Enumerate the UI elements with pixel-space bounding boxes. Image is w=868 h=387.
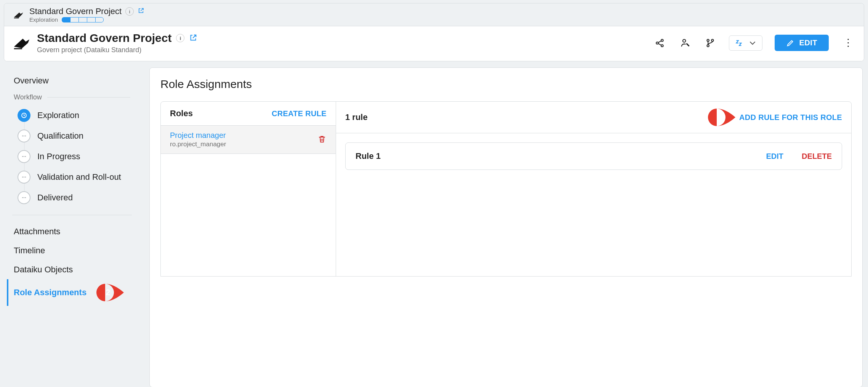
- page-subtitle: Govern project (Dataiku Standard): [37, 46, 197, 54]
- sidebar-item-label: Role Assignments: [14, 288, 86, 297]
- svg-point-7: [707, 45, 709, 46]
- open-external-icon[interactable]: [189, 32, 197, 45]
- step-dot-icon: ···: [18, 171, 30, 184]
- role-key: ro.project_manager: [170, 141, 226, 148]
- workflow-step-label: In Progress: [37, 152, 80, 162]
- annotation-bubble-3: 3: [708, 109, 735, 126]
- branch-icon[interactable]: [704, 37, 717, 50]
- more-menu-icon[interactable]: ⋮: [841, 37, 855, 49]
- progress-segments: [62, 17, 104, 22]
- chevron-down-icon: [748, 38, 757, 48]
- content-panel: Role Assignments Roles CREATE RULE Proje…: [149, 67, 863, 387]
- rule-card: Rule 1 EDIT DELETE: [345, 142, 842, 170]
- page-title: Standard Govern Project: [37, 32, 171, 45]
- bird-icon: [13, 34, 30, 52]
- sidebar: Overview Workflow Exploration ··· Qualif…: [4, 67, 141, 387]
- breadcrumb: Standard Govern Project i Exploration: [4, 3, 864, 26]
- breadcrumb-title[interactable]: Standard Govern Project: [29, 6, 122, 16]
- share-icon[interactable]: [653, 37, 666, 50]
- info-icon[interactable]: i: [176, 34, 184, 42]
- rules-column: 1 rule 3 ADD RULE FOR THIS ROLE Rule 1 E…: [336, 102, 851, 276]
- user-tag-icon[interactable]: [679, 37, 692, 50]
- svg-rect-1: [14, 48, 22, 49]
- svg-point-8: [712, 39, 714, 41]
- workflow-step-label: Exploration: [37, 110, 79, 120]
- roles-column: Roles CREATE RULE Project manager ro.pro…: [161, 102, 336, 276]
- step-dot-icon: ···: [18, 130, 30, 142]
- workflow-step-delivered[interactable]: ··· Delivered: [18, 187, 137, 208]
- trash-icon[interactable]: [317, 134, 327, 145]
- roles-header: Roles: [170, 109, 193, 118]
- role-name[interactable]: Project manager: [170, 131, 226, 140]
- create-rule-button[interactable]: CREATE RULE: [272, 109, 327, 118]
- sidebar-section-label: Workflow: [14, 93, 42, 101]
- edit-button[interactable]: EDIT: [775, 35, 829, 51]
- sidebar-item-overview[interactable]: Overview: [7, 71, 137, 90]
- workflow-step-qualification[interactable]: ··· Qualification: [18, 126, 137, 146]
- bird-icon: [13, 9, 24, 21]
- divider: [12, 215, 132, 215]
- rule-name: Rule 1: [356, 151, 381, 161]
- role-assignments-grid: Roles CREATE RULE Project manager ro.pro…: [160, 101, 852, 277]
- role-row[interactable]: Project manager ro.project_manager: [161, 126, 336, 154]
- rule-delete-button[interactable]: DELETE: [802, 152, 832, 161]
- open-external-icon[interactable]: [138, 6, 144, 16]
- annotation-bubble-2: 2: [96, 284, 124, 301]
- sidebar-item-dataiku-objects[interactable]: Dataiku Objects: [7, 260, 137, 279]
- workflow-list: Exploration ··· Qualification ··· In Pro…: [18, 105, 137, 208]
- snooze-dropdown[interactable]: [729, 35, 762, 51]
- workflow-step-validation[interactable]: ··· Validation and Roll-out: [18, 167, 137, 187]
- rule-count: 1 rule: [345, 112, 368, 122]
- content-title: Role Assignments: [160, 78, 852, 91]
- workflow-step-label: Validation and Roll-out: [37, 172, 121, 182]
- step-dot-icon: ···: [18, 191, 30, 204]
- svg-point-6: [707, 39, 709, 41]
- svg-rect-0: [14, 18, 19, 18]
- page-header: Standard Govern Project i Govern project…: [4, 26, 864, 61]
- sidebar-item-attachments[interactable]: Attachments: [7, 222, 137, 241]
- sidebar-section-workflow: Workflow: [7, 90, 137, 103]
- workflow-step-label: Qualification: [37, 131, 83, 141]
- info-icon[interactable]: i: [125, 7, 134, 16]
- svg-point-5: [683, 39, 685, 42]
- breadcrumb-phase: Exploration: [29, 16, 58, 23]
- sidebar-item-timeline[interactable]: Timeline: [7, 241, 137, 260]
- add-rule-button[interactable]: ADD RULE FOR THIS ROLE: [739, 113, 842, 122]
- workflow-step-label: Delivered: [37, 193, 73, 203]
- edit-button-label: EDIT: [799, 38, 817, 47]
- step-dot-icon: ···: [18, 150, 30, 163]
- clock-icon: [18, 109, 30, 122]
- workflow-step-in-progress[interactable]: ··· In Progress: [18, 146, 137, 167]
- rule-edit-button[interactable]: EDIT: [766, 152, 784, 161]
- pencil-icon: [786, 39, 794, 47]
- sidebar-item-role-assignments[interactable]: Role Assignments 2: [7, 279, 137, 306]
- workflow-step-exploration[interactable]: Exploration: [18, 105, 137, 126]
